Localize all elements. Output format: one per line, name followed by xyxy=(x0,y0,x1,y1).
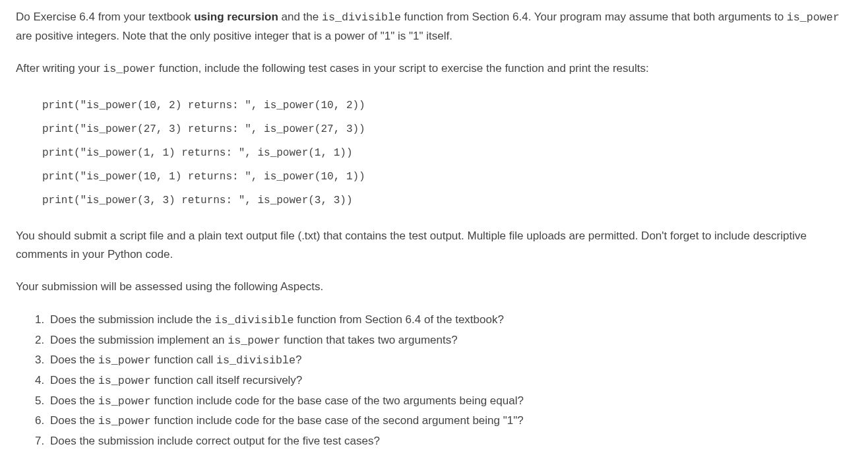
aspects-intro: Your submission will be assessed using t… xyxy=(16,278,852,297)
text-fragment: Does the submission implement an xyxy=(50,334,228,346)
code-inline: is_power xyxy=(98,375,151,387)
text-fragment: and the xyxy=(278,11,322,23)
aspect-item: Does the submission implement an is_powe… xyxy=(47,330,852,351)
text-fragment: function call itself recursively? xyxy=(151,374,303,386)
code-line: print("is_power(3, 3) returns: ", is_pow… xyxy=(42,189,852,212)
intro-paragraph-2: After writing your is_power function, in… xyxy=(16,59,852,78)
text-fragment: function include code for the base case … xyxy=(151,394,524,407)
text-fragment: Does the xyxy=(50,374,98,386)
code-line: print("is_power(27, 3) returns: ", is_po… xyxy=(42,117,852,141)
code-inline: is_divisible xyxy=(322,11,401,24)
text-fragment: Does the xyxy=(50,394,98,407)
code-inline: is_power xyxy=(98,395,151,408)
code-inline: is_power xyxy=(98,415,151,427)
text-fragment: Does the xyxy=(50,354,98,366)
aspect-item: Does the is_power function call itself r… xyxy=(47,371,852,391)
text-fragment: function from Section 6.4. Your program … xyxy=(401,11,787,23)
text-fragment: ? xyxy=(295,354,301,366)
text-fragment: Does the xyxy=(50,414,98,427)
text-fragment: Do Exercise 6.4 from your textbook xyxy=(16,11,194,23)
text-fragment: function include code for the base case … xyxy=(151,414,524,427)
aspect-item: Does the is_power function include code … xyxy=(47,391,852,412)
code-inline: is_power xyxy=(98,354,151,367)
code-inline: is_divisible xyxy=(216,354,295,367)
aspect-item: Does the submission include the is_divis… xyxy=(47,310,852,330)
text-fragment: are positive integers. Note that the onl… xyxy=(16,30,452,42)
intro-paragraph-1: Do Exercise 6.4 from your textbook using… xyxy=(16,8,852,46)
text-fragment: function from Section 6.4 of the textboo… xyxy=(294,313,503,326)
text-fragment: Does the submission include correct outp… xyxy=(50,435,380,447)
text-fragment: function that takes two arguments? xyxy=(280,334,457,346)
code-inline: is_power xyxy=(787,11,840,24)
code-line: print("is_power(1, 1) returns: ", is_pow… xyxy=(42,141,852,165)
text-fragment: Does the submission include the xyxy=(50,313,214,326)
code-inline: is_power xyxy=(103,63,156,75)
code-block: print("is_power(10, 2) returns: ", is_po… xyxy=(42,94,852,212)
code-inline: is_power xyxy=(228,334,280,347)
code-line: print("is_power(10, 1) returns: ", is_po… xyxy=(42,165,852,189)
aspect-item: Does the submission include correct outp… xyxy=(47,431,852,451)
code-inline: is_divisible xyxy=(214,314,294,326)
bold-text: using recursion xyxy=(194,11,278,23)
aspect-item: Does the is_power function call is_divis… xyxy=(47,350,852,371)
aspects-list: Does the submission include the is_divis… xyxy=(47,310,852,451)
text-fragment: After writing your xyxy=(16,62,103,75)
submission-note: You should submit a script file and a pl… xyxy=(16,227,852,265)
text-fragment: function call xyxy=(151,354,216,366)
code-line: print("is_power(10, 2) returns: ", is_po… xyxy=(42,94,852,117)
text-fragment: function, include the following test cas… xyxy=(156,62,648,75)
aspect-item: Does the is_power function include code … xyxy=(47,411,852,431)
